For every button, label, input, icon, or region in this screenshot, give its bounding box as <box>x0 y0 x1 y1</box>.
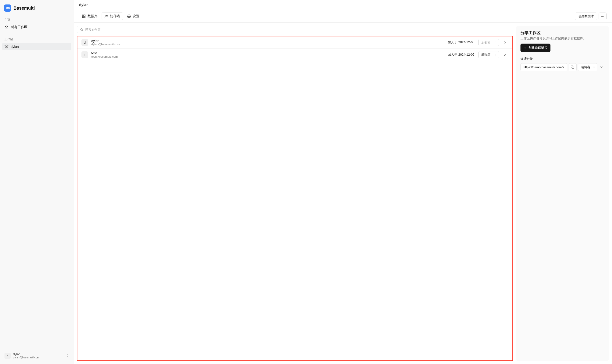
close-icon <box>504 53 507 56</box>
svg-point-5 <box>105 15 107 16</box>
remove-collaborator-button[interactable] <box>502 52 508 58</box>
home-icon <box>4 25 9 29</box>
chevron-up-down-icon <box>66 353 69 358</box>
copy-link-button[interactable] <box>569 63 577 71</box>
invite-link-input[interactable] <box>520 63 567 71</box>
sidebar-workspace-label: dylan <box>11 45 19 49</box>
sidebar: Basemulti 主页 所有工作区 工作区 dylan d dylan dyl… <box>0 0 74 364</box>
remove-link-button[interactable] <box>598 64 604 70</box>
infinity-icon <box>5 6 10 10</box>
content-area: d dylan dylan@basemulti.com 加入于 2024-12-… <box>74 23 612 364</box>
svg-line-12 <box>82 30 83 31</box>
collaborator-joined: 加入于 2024-12-05 <box>448 40 474 44</box>
collaborator-row: d dylan dylan@basemulti.com 加入于 2024-12-… <box>77 36 513 49</box>
collaborator-email: dylan@basemulti.com <box>91 43 445 46</box>
share-title: 分享工作区 <box>520 30 604 36</box>
search-icon <box>80 28 83 31</box>
brand-name: Basemulti <box>14 6 35 11</box>
more-button[interactable] <box>598 13 607 20</box>
user-avatar: d <box>4 353 11 359</box>
gear-icon <box>127 14 131 18</box>
remove-collaborator-button[interactable] <box>502 39 508 46</box>
search-input[interactable] <box>85 28 125 31</box>
create-invite-link-label: 创建邀请链接 <box>529 46 547 50</box>
chevron-up-down-icon <box>593 65 595 69</box>
nav-all-workspaces-label: 所有工作区 <box>11 25 28 29</box>
users-icon <box>105 14 108 18</box>
collaborators-list: d dylan dylan@basemulti.com 加入于 2024-12-… <box>77 36 513 361</box>
search-box[interactable] <box>77 26 127 33</box>
more-horizontal-icon <box>601 14 604 18</box>
collaborator-row: t test test@basemulti.com 加入于 2024-12-05… <box>77 49 513 61</box>
page-title: dylan <box>79 3 607 7</box>
svg-rect-1 <box>82 15 83 16</box>
main-header: dylan <box>74 0 612 10</box>
link-role-value: 编辑者 <box>581 65 590 69</box>
collaborator-email: test@basemulti.com <box>91 55 445 58</box>
svg-point-9 <box>602 16 603 16</box>
close-icon <box>600 66 603 69</box>
chevron-up-down-icon <box>495 53 497 56</box>
share-panel: 分享工作区 工作区协作者可以访问工作区内的所有数据库。 创建邀请链接 邀请链接 … <box>516 26 609 361</box>
svg-rect-3 <box>82 16 83 18</box>
tab-database[interactable]: 数据库 <box>79 13 100 20</box>
main: dylan 数据库 协作者 设置 创建数据库 <box>74 0 612 364</box>
svg-point-7 <box>128 16 129 16</box>
sidebar-section-workspace: 工作区 <box>2 35 71 43</box>
svg-point-6 <box>107 15 108 16</box>
tab-settings-label: 设置 <box>133 14 139 18</box>
svg-rect-19 <box>572 67 574 69</box>
sidebar-header: Basemulti <box>2 3 71 16</box>
share-description: 工作区协作者可以访问工作区内的所有数据库。 <box>520 36 604 40</box>
invite-links-label: 邀请链接 <box>520 57 604 61</box>
svg-rect-2 <box>84 15 85 16</box>
svg-point-10 <box>603 16 604 16</box>
tab-database-label: 数据库 <box>87 14 97 18</box>
sidebar-section-home: 主页 <box>2 16 71 23</box>
sidebar-user[interactable]: d dylan dylan@basemulti.com <box>2 351 71 361</box>
svg-point-8 <box>601 16 602 16</box>
app-logo <box>4 4 11 12</box>
role-select[interactable]: 所有者 <box>478 39 499 46</box>
tab-collaborators-label: 协作者 <box>110 14 120 18</box>
link-role-select[interactable]: 编辑者 <box>578 63 597 71</box>
chevron-up-down-icon <box>495 41 497 44</box>
tabs-row: 数据库 协作者 设置 创建数据库 <box>74 10 612 23</box>
invite-link-row: 编辑者 <box>520 63 604 71</box>
tab-settings[interactable]: 设置 <box>125 13 142 20</box>
avatar: t <box>82 52 88 58</box>
nav-all-workspaces[interactable]: 所有工作区 <box>2 23 71 31</box>
collaborators-column: d dylan dylan@basemulti.com 加入于 2024-12-… <box>77 26 513 361</box>
plus-icon <box>524 46 527 49</box>
sidebar-workspace-item[interactable]: dylan <box>2 43 71 50</box>
layers-icon <box>4 44 9 49</box>
tab-collaborators[interactable]: 协作者 <box>102 12 123 20</box>
svg-point-11 <box>81 28 83 30</box>
role-value: 所有者 <box>481 40 491 44</box>
user-name: dylan <box>13 352 39 356</box>
collaborator-name: dylan <box>91 39 445 43</box>
role-select[interactable]: 编辑者 <box>478 51 499 58</box>
svg-marker-0 <box>5 45 8 47</box>
create-invite-link-button[interactable]: 创建邀请链接 <box>520 44 550 52</box>
avatar: d <box>82 39 88 46</box>
collaborator-joined: 加入于 2024-12-05 <box>448 53 474 57</box>
collaborator-name: test <box>91 51 445 55</box>
user-email: dylan@basemulti.com <box>13 356 39 359</box>
svg-rect-4 <box>84 16 85 18</box>
create-database-button[interactable]: 创建数据库 <box>575 13 597 20</box>
copy-icon <box>571 65 574 69</box>
grid-icon <box>82 14 86 18</box>
close-icon <box>504 41 507 44</box>
role-value: 编辑者 <box>481 53 491 57</box>
